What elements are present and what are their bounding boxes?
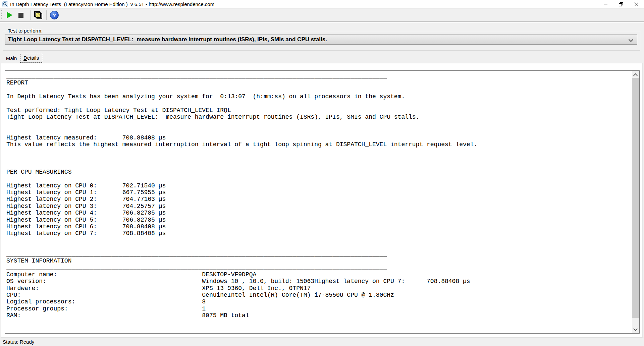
tab-main[interactable]: Main [3, 54, 19, 62]
report-textarea[interactable]: ________________________________________… [5, 70, 640, 334]
test-group-label: Test to perform: [6, 28, 44, 34]
close-button[interactable] [629, 0, 644, 8]
test-group: Test to perform: Tight Loop Latency Test… [3, 31, 640, 51]
chevron-down-icon [629, 37, 633, 42]
latencymon-window: In Depth Latency Tests (LatencyMon Home … [0, 0, 644, 346]
scroll-up-button[interactable] [632, 71, 639, 78]
start-test-button[interactable] [4, 10, 15, 20]
app-icon [2, 1, 8, 7]
stop-icon [18, 13, 23, 18]
tab-main-label: Main [6, 55, 17, 61]
help-button[interactable]: ? [49, 10, 60, 20]
toolbar-separator [46, 10, 47, 20]
restore-icon [619, 2, 623, 6]
test-select-value: Tight Loop Latency Test at DISPATCH_LEVE… [8, 36, 327, 43]
minimize-button[interactable] [598, 0, 613, 8]
tab-details[interactable]: Details [20, 53, 42, 63]
scroll-down-button[interactable] [632, 326, 639, 333]
play-icon [7, 12, 12, 18]
report-text: ________________________________________… [6, 71, 631, 333]
window-titlebar: In Depth Latency Tests (LatencyMon Home … [0, 0, 644, 9]
window-title: In Depth Latency Tests (LatencyMon Home … [10, 0, 214, 8]
processors-icon [34, 11, 43, 19]
processors-button[interactable] [33, 10, 44, 20]
report-scrollbar[interactable] [632, 71, 639, 333]
test-select[interactable]: Tight Loop Latency Test at DISPATCH_LEVE… [5, 35, 637, 45]
stop-test-button[interactable] [15, 10, 26, 20]
toolbar: ? [0, 9, 644, 21]
status-text: Status: Ready [3, 338, 34, 346]
close-icon [635, 2, 638, 6]
scrollbar-thumb[interactable] [632, 78, 639, 318]
toolbar-gripper[interactable] [1, 10, 2, 20]
chevron-down-icon [633, 327, 638, 331]
toolbar-divider [0, 21, 644, 23]
help-icon: ? [50, 11, 59, 19]
maximize-button[interactable] [613, 0, 629, 8]
minimize-icon [604, 2, 607, 6]
tab-details-label: Details [23, 55, 39, 61]
toolbar-separator [30, 10, 31, 20]
status-bar: Status: Ready [0, 338, 644, 346]
chevron-up-icon [633, 73, 638, 77]
